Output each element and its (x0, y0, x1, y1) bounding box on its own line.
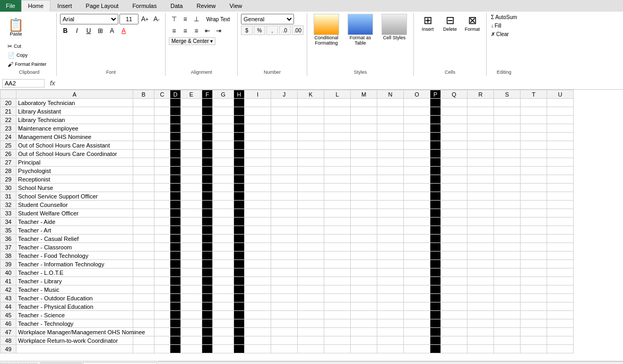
cell-C22[interactable] (154, 116, 170, 124)
font-name-select[interactable]: Arial (60, 14, 118, 24)
cell-G40[interactable] (213, 268, 234, 277)
cell-M26[interactable] (351, 150, 377, 158)
cell-F30[interactable] (202, 184, 213, 192)
cell-K38[interactable] (298, 252, 324, 260)
cell-D25[interactable] (170, 141, 181, 150)
cell-L34[interactable] (324, 218, 351, 226)
row-number-49[interactable]: 49 (1, 345, 16, 353)
col-header-C[interactable]: C (154, 90, 170, 99)
cell-F46[interactable] (202, 319, 213, 328)
cell-F28[interactable] (202, 167, 213, 175)
cell-E31[interactable] (181, 192, 202, 201)
cell-F25[interactable] (202, 141, 213, 150)
cell-E47[interactable] (181, 328, 202, 336)
cell-D32[interactable] (170, 201, 181, 209)
cell-Q46[interactable] (441, 319, 468, 328)
cell-G42[interactable] (213, 285, 234, 294)
cell-M39[interactable] (351, 260, 377, 268)
cell-D24[interactable] (170, 133, 181, 141)
cell-U25[interactable] (547, 141, 574, 150)
cell-G43[interactable] (213, 294, 234, 302)
cell-B26[interactable] (133, 150, 154, 158)
cell-J46[interactable] (271, 319, 298, 328)
cell-L32[interactable] (324, 201, 351, 209)
cell-U42[interactable] (547, 285, 574, 294)
row-number-35[interactable]: 35 (1, 226, 16, 235)
cell-J26[interactable] (271, 150, 298, 158)
cell-T41[interactable] (521, 277, 547, 285)
cell-A24[interactable]: Management OHS Nominee (16, 133, 133, 141)
cell-U46[interactable] (547, 319, 574, 328)
cell-D46[interactable] (170, 319, 181, 328)
cell-E23[interactable] (181, 124, 202, 133)
cell-P22[interactable] (430, 116, 441, 124)
cell-C48[interactable] (154, 336, 170, 345)
row-number-29[interactable]: 29 (1, 175, 16, 184)
cell-S35[interactable] (494, 226, 521, 235)
cell-L42[interactable] (324, 285, 351, 294)
cell-L23[interactable] (324, 124, 351, 133)
cell-K26[interactable] (298, 150, 324, 158)
cell-R49[interactable] (468, 345, 494, 353)
cell-N40[interactable] (377, 268, 404, 277)
cell-K47[interactable] (298, 328, 324, 336)
cell-Q38[interactable] (441, 252, 468, 260)
cell-Q23[interactable] (441, 124, 468, 133)
row-number-27[interactable]: 27 (1, 158, 16, 167)
cell-H30[interactable] (234, 184, 245, 192)
cell-N35[interactable] (377, 226, 404, 235)
cell-T21[interactable] (521, 107, 547, 116)
cell-F38[interactable] (202, 252, 213, 260)
cell-R43[interactable] (468, 294, 494, 302)
cell-K24[interactable] (298, 133, 324, 141)
col-header-T[interactable]: T (521, 90, 547, 99)
cell-Q40[interactable] (441, 268, 468, 277)
cell-J31[interactable] (271, 192, 298, 201)
cell-S27[interactable] (494, 158, 521, 167)
cell-D41[interactable] (170, 277, 181, 285)
cell-T30[interactable] (521, 184, 547, 192)
cell-R37[interactable] (468, 243, 494, 252)
cell-C37[interactable] (154, 243, 170, 252)
cell-H47[interactable] (234, 328, 245, 336)
cell-N27[interactable] (377, 158, 404, 167)
cell-D42[interactable] (170, 285, 181, 294)
cell-F43[interactable] (202, 294, 213, 302)
cell-C32[interactable] (154, 201, 170, 209)
col-header-I[interactable]: I (245, 90, 271, 99)
spreadsheet-scroll[interactable]: A B C D E F G H I J K L M N O (0, 90, 623, 361)
cell-R46[interactable] (468, 319, 494, 328)
cell-P33[interactable] (430, 209, 441, 218)
cell-P45[interactable] (430, 311, 441, 319)
cell-F47[interactable] (202, 328, 213, 336)
cell-G36[interactable] (213, 235, 234, 243)
cell-N48[interactable] (377, 336, 404, 345)
cell-O22[interactable] (404, 116, 430, 124)
cell-O29[interactable] (404, 175, 430, 184)
cell-L44[interactable] (324, 302, 351, 311)
cell-J34[interactable] (271, 218, 298, 226)
cell-M25[interactable] (351, 141, 377, 150)
cell-D34[interactable] (170, 218, 181, 226)
cell-C26[interactable] (154, 150, 170, 158)
cell-U37[interactable] (547, 243, 574, 252)
cell-T38[interactable] (521, 252, 547, 260)
cell-A29[interactable]: Receptionist (16, 175, 133, 184)
cell-R22[interactable] (468, 116, 494, 124)
cell-P35[interactable] (430, 226, 441, 235)
cell-H31[interactable] (234, 192, 245, 201)
cell-M34[interactable] (351, 218, 377, 226)
cell-J22[interactable] (271, 116, 298, 124)
cell-A32[interactable]: Student Counsellor (16, 201, 133, 209)
cell-I36[interactable] (245, 235, 271, 243)
cell-M33[interactable] (351, 209, 377, 218)
cell-L48[interactable] (324, 336, 351, 345)
cell-S43[interactable] (494, 294, 521, 302)
cell-O39[interactable] (404, 260, 430, 268)
cell-G27[interactable] (213, 158, 234, 167)
row-number-47[interactable]: 47 (1, 328, 16, 336)
cell-B31[interactable] (133, 192, 154, 201)
cell-S40[interactable] (494, 268, 521, 277)
cell-B39[interactable] (133, 260, 154, 268)
cell-O44[interactable] (404, 302, 430, 311)
